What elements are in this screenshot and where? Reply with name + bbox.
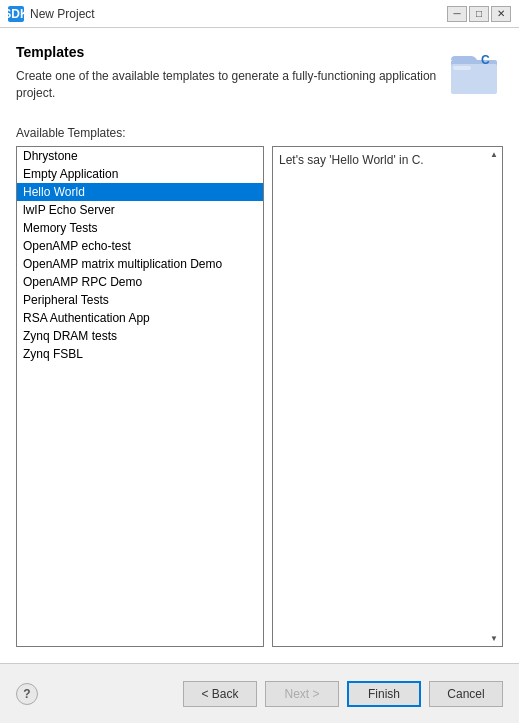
- maximize-button[interactable]: □: [469, 6, 489, 22]
- header-area: Templates Create one of the available te…: [16, 44, 503, 118]
- help-button[interactable]: ?: [16, 683, 38, 705]
- template-item-openamp-rpc-demo[interactable]: OpenAMP RPC Demo: [17, 273, 263, 291]
- svg-rect-3: [453, 66, 471, 70]
- template-description-panel: Let's say 'Hello World' in C. ▲ ▼: [272, 146, 503, 647]
- title-bar: SDK New Project ─ □ ✕: [0, 0, 519, 28]
- cancel-button[interactable]: Cancel: [429, 681, 503, 707]
- back-button[interactable]: < Back: [183, 681, 257, 707]
- template-item-lwip-echo-server[interactable]: lwIP Echo Server: [17, 201, 263, 219]
- template-item-rsa-authentication-app[interactable]: RSA Authentication App: [17, 309, 263, 327]
- app-icon: SDK: [8, 6, 24, 22]
- template-area: DhrystoneEmpty ApplicationHello WorldlwI…: [16, 146, 503, 647]
- folder-icon: C: [449, 44, 503, 98]
- minimize-button[interactable]: ─: [447, 6, 467, 22]
- scroll-down-arrow[interactable]: ▼: [488, 632, 500, 644]
- template-item-hello-world[interactable]: Hello World: [17, 183, 263, 201]
- next-button[interactable]: Next >: [265, 681, 339, 707]
- template-item-zynq-fsbl[interactable]: Zynq FSBL: [17, 345, 263, 363]
- template-item-empty-application[interactable]: Empty Application: [17, 165, 263, 183]
- header-text: Templates Create one of the available te…: [16, 44, 439, 118]
- finish-button[interactable]: Finish: [347, 681, 421, 707]
- footer-buttons: < Back Next > Finish Cancel: [183, 681, 503, 707]
- template-item-zynq-dram-tests[interactable]: Zynq DRAM tests: [17, 327, 263, 345]
- template-item-dhrystone[interactable]: Dhrystone: [17, 147, 263, 165]
- page-title: Templates: [16, 44, 439, 60]
- template-item-openamp-echo-test[interactable]: OpenAMP echo-test: [17, 237, 263, 255]
- description-text: Let's say 'Hello World' in C.: [279, 153, 496, 167]
- svg-text:C: C: [481, 53, 490, 67]
- available-templates-label: Available Templates:: [16, 126, 503, 140]
- window-controls: ─ □ ✕: [447, 6, 511, 22]
- scroll-up-arrow[interactable]: ▲: [488, 149, 500, 161]
- template-item-openamp-matrix[interactable]: OpenAMP matrix multiplication Demo: [17, 255, 263, 273]
- template-item-peripheral-tests[interactable]: Peripheral Tests: [17, 291, 263, 309]
- window-title: New Project: [30, 7, 447, 21]
- template-list[interactable]: DhrystoneEmpty ApplicationHello WorldlwI…: [16, 146, 264, 647]
- page-description: Create one of the available templates to…: [16, 68, 439, 102]
- footer: ? < Back Next > Finish Cancel: [0, 663, 519, 723]
- main-content: Templates Create one of the available te…: [0, 28, 519, 663]
- template-item-memory-tests[interactable]: Memory Tests: [17, 219, 263, 237]
- footer-left: ?: [16, 683, 183, 705]
- close-button[interactable]: ✕: [491, 6, 511, 22]
